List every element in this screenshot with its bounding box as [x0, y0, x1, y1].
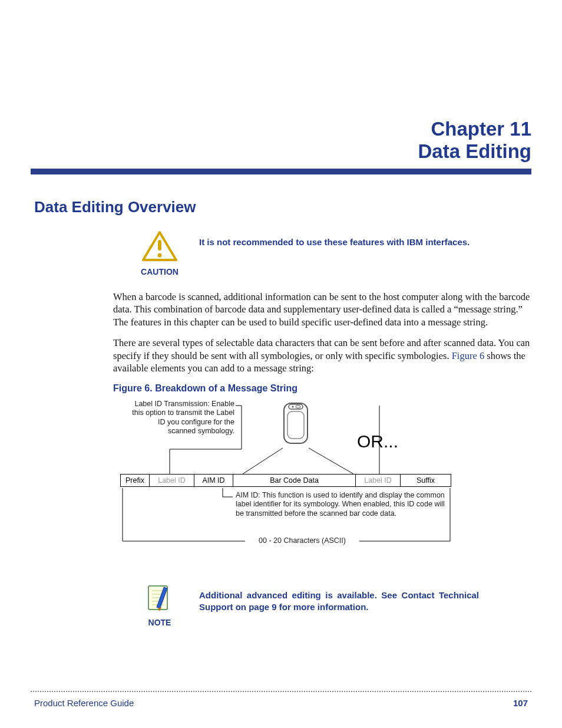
paragraph-2: There are several types of selectable da… [113, 337, 531, 374]
message-string-row: Prefix Label ID AIM ID Bar Code Data Lab… [120, 474, 451, 487]
caution-callout: CAUTION It is not recommended to use the… [137, 230, 514, 276]
chapter-title: Data Editing [31, 140, 531, 163]
svg-rect-1 [158, 240, 161, 251]
section-heading: Data Editing Overview [34, 198, 531, 216]
footer: Product Reference Guide 107 [31, 698, 531, 708]
note-message: Additional advanced editing is available… [199, 584, 479, 614]
caution-label: CAUTION [137, 267, 183, 276]
figure-6-link[interactable]: Figure 6 [452, 350, 484, 361]
caution-icon-column: CAUTION [137, 230, 183, 276]
chapter-heading: Chapter 11 Data Editing [31, 118, 531, 163]
cell-prefix: Prefix [120, 474, 150, 487]
note-icon-column: NOTE [137, 584, 183, 627]
cell-aim-id: AIM ID [194, 474, 233, 487]
svg-line-13 [309, 448, 353, 474]
body-text: When a barcode is scanned, additional in… [113, 291, 531, 565]
aim-id-annotation: AIM ID: This function is used to identif… [236, 491, 445, 519]
caution-icon [141, 230, 178, 262]
figure-caption: Figure 6. Breakdown of a Message String [113, 383, 531, 394]
page: Chapter 11 Data Editing Data Editing Ove… [0, 0, 562, 728]
svg-point-2 [158, 253, 162, 257]
cell-label-id-right: Label ID [356, 474, 401, 487]
cell-bar-code-data: Bar Code Data [233, 474, 356, 487]
note-label: NOTE [137, 618, 183, 627]
note-icon [144, 584, 176, 613]
chapter-rule [31, 169, 531, 174]
cell-label-id-left: Label ID [150, 474, 194, 487]
range-annotation: 00 - 20 Characters (ASCII) [247, 536, 357, 546]
svg-line-12 [243, 448, 283, 474]
cell-suffix: Suffix [401, 474, 451, 487]
footer-divider [31, 691, 531, 692]
footer-left: Product Reference Guide [34, 698, 134, 708]
caution-message: It is not recommended to use these featu… [199, 230, 470, 248]
note-callout: NOTE Additional advanced editing is avai… [137, 584, 514, 627]
figure-6: Label ID Transmission: Enable this optio… [118, 400, 465, 565]
paragraph-1: When a barcode is scanned, additional in… [113, 291, 531, 328]
chapter-number: Chapter 11 [31, 118, 531, 140]
page-number: 107 [513, 698, 528, 708]
